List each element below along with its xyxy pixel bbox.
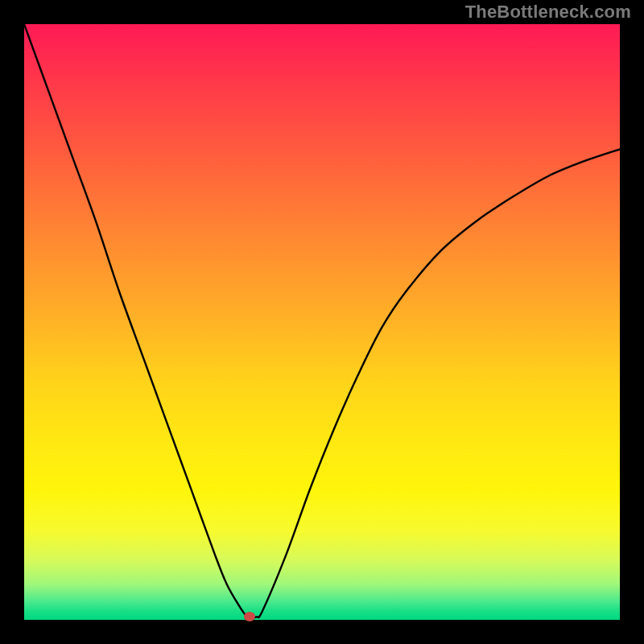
watermark-text: TheBottleneck.com	[465, 2, 631, 23]
curve-svg	[24, 24, 620, 620]
chart-container: TheBottleneck.com	[0, 0, 644, 644]
optimum-marker	[244, 612, 255, 621]
bottleneck-curve	[24, 24, 620, 618]
plot-area	[24, 24, 620, 620]
